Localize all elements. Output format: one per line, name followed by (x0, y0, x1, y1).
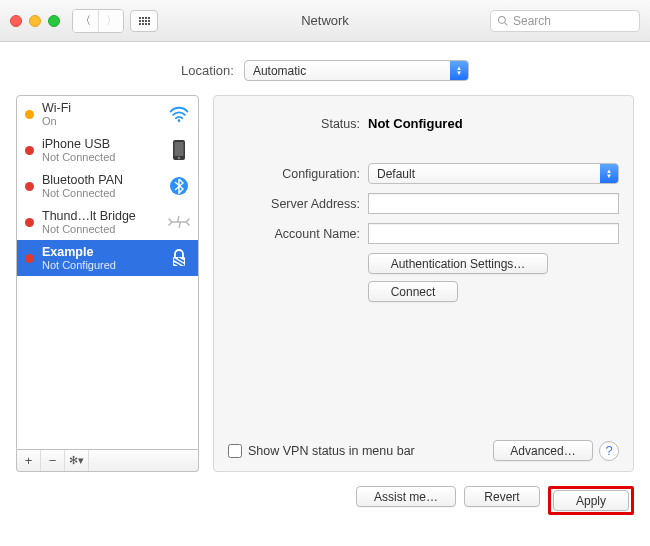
show-vpn-label: Show VPN status in menu bar (248, 444, 415, 458)
svg-point-2 (178, 119, 181, 122)
show-vpn-checkbox[interactable] (228, 444, 242, 458)
service-iphone-usb[interactable]: iPhone USB Not Connected (17, 132, 198, 168)
service-name: Example (42, 245, 160, 259)
location-value: Automatic (253, 64, 306, 78)
status-dot (25, 218, 34, 227)
svg-rect-4 (175, 142, 184, 156)
lock-icon (168, 247, 190, 269)
zoom-window-button[interactable] (48, 15, 60, 27)
back-button[interactable]: 〈 (73, 10, 98, 32)
account-name-input[interactable] (368, 223, 619, 244)
apply-button[interactable]: Apply (553, 490, 629, 511)
svg-point-5 (178, 157, 180, 159)
status-value: Not Configured (368, 116, 463, 131)
service-status: Not Configured (42, 259, 160, 271)
location-label: Location: (181, 63, 234, 78)
phone-icon (168, 139, 190, 161)
advanced-button[interactable]: Advanced… (493, 440, 593, 461)
help-button[interactable]: ? (599, 441, 619, 461)
connect-button[interactable]: Connect (368, 281, 458, 302)
configuration-label: Configuration: (228, 167, 368, 181)
svg-line-1 (505, 22, 508, 25)
service-thunderbolt-bridge[interactable]: Thund…lt Bridge Not Connected (17, 204, 198, 240)
auth-settings-button[interactable]: Authentication Settings… (368, 253, 548, 274)
service-name: Bluetooth PAN (42, 173, 160, 187)
service-name: iPhone USB (42, 137, 160, 151)
service-list-toolbar: + − ✻▾ (16, 450, 199, 472)
show-all-button[interactable] (130, 10, 158, 32)
thunderbolt-icon (168, 211, 190, 233)
service-name: Thund…lt Bridge (42, 209, 160, 223)
service-status: Not Connected (42, 223, 160, 235)
search-field[interactable]: Search (490, 10, 640, 32)
main-area: Wi-Fi On iPhone USB Not Connected (0, 95, 650, 472)
grid-icon (139, 17, 150, 25)
search-icon (497, 15, 509, 27)
service-list[interactable]: Wi-Fi On iPhone USB Not Connected (16, 95, 199, 450)
remove-service-button[interactable]: − (41, 450, 65, 471)
assist-me-button[interactable]: Assist me… (356, 486, 456, 507)
svg-point-0 (499, 16, 506, 23)
apply-highlight: Apply (548, 486, 634, 515)
configuration-popup[interactable]: Default ▲▼ (368, 163, 619, 184)
location-popup[interactable]: Automatic ▲▼ (244, 60, 469, 81)
revert-button[interactable]: Revert (464, 486, 540, 507)
minimize-window-button[interactable] (29, 15, 41, 27)
titlebar: 〈 〉 Network Search (0, 0, 650, 42)
service-bluetooth-pan[interactable]: Bluetooth PAN Not Connected (17, 168, 198, 204)
add-service-button[interactable]: + (17, 450, 41, 471)
configuration-row: Configuration: Default ▲▼ (228, 163, 619, 184)
nav-back-forward: 〈 〉 (72, 9, 124, 33)
status-dot (25, 254, 34, 263)
window-title: Network (301, 13, 349, 28)
search-placeholder: Search (513, 14, 551, 28)
server-address-label: Server Address: (228, 197, 368, 211)
status-row: Status: Not Configured (228, 116, 619, 131)
service-action-menu[interactable]: ✻▾ (65, 450, 89, 471)
status-dot (25, 146, 34, 155)
sidebar: Wi-Fi On iPhone USB Not Connected (16, 95, 199, 472)
detail-panel: Status: Not Configured Configuration: De… (213, 95, 634, 472)
footer: Assist me… Revert Apply (0, 472, 650, 515)
service-example[interactable]: Example Not Configured (17, 240, 198, 276)
wifi-icon (168, 103, 190, 125)
account-name-label: Account Name: (228, 227, 368, 241)
server-address-row: Server Address: (228, 193, 619, 214)
status-dot (25, 182, 34, 191)
service-status: On (42, 115, 160, 127)
close-window-button[interactable] (10, 15, 22, 27)
service-status: Not Connected (42, 151, 160, 163)
account-name-row: Account Name: (228, 223, 619, 244)
chevron-updown-icon: ▲▼ (450, 61, 468, 80)
forward-button[interactable]: 〉 (98, 10, 123, 32)
service-status: Not Connected (42, 187, 160, 199)
server-address-input[interactable] (368, 193, 619, 214)
status-label: Status: (228, 117, 368, 131)
configuration-value: Default (377, 167, 415, 181)
status-dot (25, 110, 34, 119)
service-wifi[interactable]: Wi-Fi On (17, 96, 198, 132)
window-controls (10, 15, 60, 27)
location-row: Location: Automatic ▲▼ (0, 42, 650, 95)
bluetooth-icon (168, 175, 190, 197)
chevron-updown-icon: ▲▼ (600, 164, 618, 183)
service-name: Wi-Fi (42, 101, 160, 115)
vpn-checkbox-row: Show VPN status in menu bar Advanced… ? (228, 440, 619, 461)
